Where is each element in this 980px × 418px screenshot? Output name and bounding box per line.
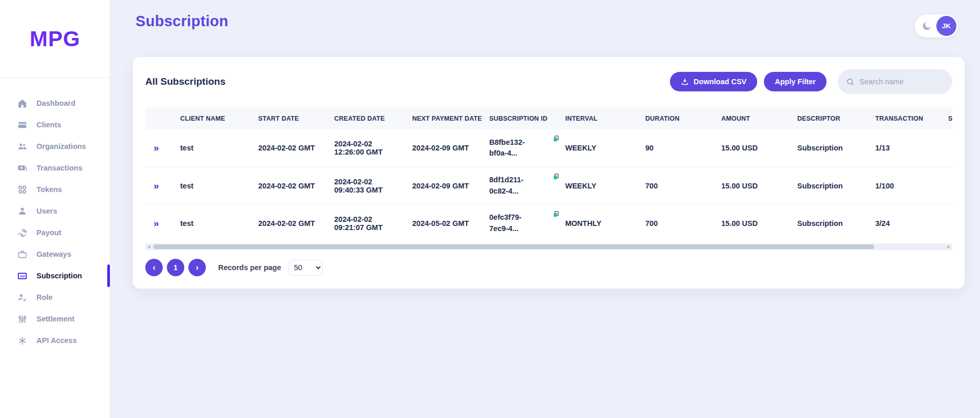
cell-transaction: 3/24 xyxy=(867,204,944,242)
previous-page-button[interactable]: ‹ xyxy=(145,259,163,276)
cell-transaction: 1/13 xyxy=(867,129,944,167)
cell-created-date: 2024-02-02 09:40:33 GMT xyxy=(326,167,404,204)
sidebar-item-tokens[interactable]: Tokens xyxy=(0,179,110,200)
cell-subscription-id: 0efc3f79-7ec9-4... xyxy=(489,212,540,235)
column-header-client-name: CLIENT NAME xyxy=(172,107,250,129)
copy-icon[interactable] xyxy=(552,135,560,142)
column-header-interval: INTERVAL xyxy=(557,107,637,129)
cell-next-payment-date: 2024-05-02 GMT xyxy=(404,204,481,242)
page-title: Subscription xyxy=(136,13,965,30)
sidebar-item-label: Gateways xyxy=(36,250,71,258)
row-expand-button[interactable]: » xyxy=(153,180,159,191)
cell-subscription-id: 8df1d211-0c82-4... xyxy=(489,175,540,197)
cell-amount: 15.00 USD xyxy=(713,204,789,242)
column-header-next-payment-date: NEXT PAYMENT DATE xyxy=(404,107,481,129)
sidebar-nav: Dashboard Clients Organizations Transact… xyxy=(0,78,110,351)
logo-container: MPG xyxy=(0,0,110,78)
user-avatar[interactable]: JK xyxy=(936,16,956,36)
money-display-icon xyxy=(17,163,28,174)
sidebar-item-label: Organizations xyxy=(36,142,86,150)
download-icon xyxy=(681,78,689,86)
column-header-status: STATUS xyxy=(944,107,952,129)
scrollbar-thumb[interactable] xyxy=(153,244,874,249)
sidebar-item-payout[interactable]: Payout xyxy=(0,222,110,243)
cell-descriptor: Subscription xyxy=(789,129,867,167)
scroll-left-arrow-icon[interactable]: ◄ xyxy=(145,243,152,250)
column-header-transaction: TRANSACTION xyxy=(867,107,944,129)
cell-interval: WEEKLY xyxy=(557,129,637,167)
sidebar-item-subscription[interactable]: 100 Subscription xyxy=(0,265,110,287)
sidebar-item-label: API Access xyxy=(36,336,76,345)
column-header-duration: DURATION xyxy=(637,107,713,129)
table-row: » test 2024-02-02 GMT 2024-02-02 09:21:0… xyxy=(145,204,952,242)
sidebar-item-transactions[interactable]: Transactions xyxy=(0,157,110,179)
row-expand-button[interactable]: » xyxy=(153,218,159,229)
sidebar-item-label: Transactions xyxy=(36,164,82,172)
horizontal-scrollbar[interactable]: ◄ ► xyxy=(145,243,952,250)
cell-duration: 700 xyxy=(637,167,713,204)
copy-icon[interactable] xyxy=(552,173,560,180)
cell-client-name: test xyxy=(172,204,250,242)
card-actions: Download CSV Apply Filter xyxy=(670,69,952,94)
card-header: All Subscriptions Download CSV Apply Fil… xyxy=(145,69,952,94)
main-content: Subscription JK All Subscriptions Downlo… xyxy=(110,0,980,289)
banknote-icon: 100 xyxy=(17,271,28,281)
sidebar-item-users[interactable]: Users xyxy=(0,200,110,222)
cell-amount: 15.00 USD xyxy=(713,167,789,204)
card-title: All Subscriptions xyxy=(145,76,225,87)
sidebar-item-settlement[interactable]: Settlement xyxy=(0,308,110,330)
cell-interval: MONTHLY xyxy=(557,204,637,242)
cell-client-name: test xyxy=(172,129,250,167)
sidebar-item-api-access[interactable]: API Access xyxy=(0,330,110,351)
subscriptions-card: All Subscriptions Download CSV Apply Fil… xyxy=(133,57,965,289)
card-icon xyxy=(17,120,28,130)
subscriptions-table-container: CLIENT NAME START DATE CREATED DATE NEXT… xyxy=(145,107,952,242)
row-expand-button[interactable]: » xyxy=(153,142,159,153)
sidebar-item-label: Clients xyxy=(36,121,61,129)
sidebar-item-dashboard[interactable]: Dashboard xyxy=(0,92,110,114)
dark-mode-toggle-moon-icon[interactable] xyxy=(921,21,932,32)
current-page-button[interactable]: 1 xyxy=(167,259,184,276)
sidebar-item-gateways[interactable]: Gateways xyxy=(0,243,110,265)
download-csv-label: Download CSV xyxy=(694,78,746,86)
sidebar-item-organizations[interactable]: Organizations xyxy=(0,136,110,157)
column-header-subscription-id: SUBSCRIPTION ID xyxy=(481,107,557,129)
download-csv-button[interactable]: Download CSV xyxy=(670,72,757,91)
cell-descriptor: Subscription xyxy=(789,167,867,204)
user-icon xyxy=(17,206,28,217)
sidebar-item-role[interactable]: Role xyxy=(0,287,110,308)
records-per-page-label: Records per page xyxy=(218,263,281,272)
sliders-icon xyxy=(17,314,28,325)
copy-icon[interactable] xyxy=(552,211,560,218)
next-page-button[interactable]: › xyxy=(188,259,206,276)
cell-client-name: test xyxy=(172,167,250,204)
svg-text:100: 100 xyxy=(20,274,25,277)
cell-next-payment-date: 2024-02-09 GMT xyxy=(404,129,481,167)
sidebar-item-label: Role xyxy=(36,293,52,301)
cell-start-date: 2024-02-02 GMT xyxy=(250,204,326,242)
cell-start-date: 2024-02-02 GMT xyxy=(250,167,326,204)
table-header-row: CLIENT NAME START DATE CREATED DATE NEXT… xyxy=(145,107,952,129)
sidebar-item-label: Subscription xyxy=(36,272,82,280)
cell-created-date: 2024-02-02 09:21:07 GMT xyxy=(326,204,404,242)
scroll-right-arrow-icon[interactable]: ► xyxy=(945,243,952,250)
column-header-created-date: CREATED DATE xyxy=(326,107,404,129)
apply-filter-button[interactable]: Apply Filter xyxy=(764,72,827,91)
tokens-icon xyxy=(17,184,28,195)
search-input[interactable] xyxy=(859,78,944,86)
asterisk-icon xyxy=(17,335,28,346)
people-icon xyxy=(17,141,28,152)
cell-descriptor: Subscription xyxy=(789,204,867,242)
search-box[interactable] xyxy=(838,69,952,94)
cell-duration: 700 xyxy=(637,204,713,242)
cell-transaction: 1/100 xyxy=(867,167,944,204)
column-header-amount: AMOUNT xyxy=(713,107,789,129)
records-per-page-select[interactable]: 50 xyxy=(289,260,323,276)
subscriptions-table: CLIENT NAME START DATE CREATED DATE NEXT… xyxy=(145,107,952,242)
sidebar-item-label: Users xyxy=(36,207,57,215)
sidebar-item-label: Settlement xyxy=(36,315,74,323)
cell-next-payment-date: 2024-02-09 GMT xyxy=(404,167,481,204)
sidebar-item-clients[interactable]: Clients xyxy=(0,114,110,136)
app-logo[interactable]: MPG xyxy=(30,27,81,51)
chevron-right-icon: › xyxy=(196,263,199,272)
